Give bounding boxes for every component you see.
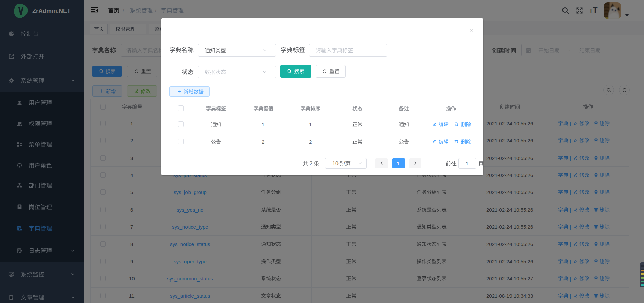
svg-text:/: / <box>344 161 345 166</box>
svg-text:2: 2 <box>308 161 314 166</box>
svg-text:1: 1 <box>309 121 312 127</box>
svg-text:2: 2 <box>309 139 312 144</box>
svg-text:2: 2 <box>262 139 264 144</box>
svg-text:1: 1 <box>397 160 399 166</box>
svg-text:10: 10 <box>332 161 338 166</box>
svg-text:1: 1 <box>466 160 468 166</box>
svg-text:1: 1 <box>262 121 264 127</box>
